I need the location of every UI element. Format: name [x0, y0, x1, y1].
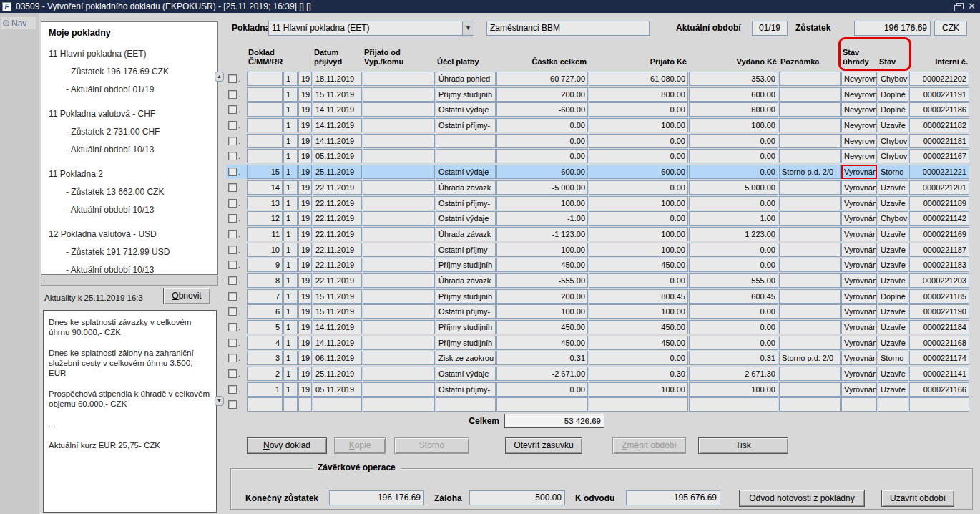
internal-number-cell[interactable]: 0000221221: [909, 165, 969, 179]
payment-purpose-cell[interactable]: Ostatní výdaje: [436, 367, 496, 381]
year-cell[interactable]: [298, 397, 312, 412]
received-from-cell[interactable]: [363, 304, 435, 319]
payment-state-cell[interactable]: Vyrovnán: [841, 367, 877, 381]
received-from-cell[interactable]: [363, 397, 435, 412]
internal-number-cell[interactable]: 0000221166: [909, 382, 969, 397]
total-amount-cell[interactable]: 60 727.00: [496, 72, 588, 86]
row-checkbox[interactable]: [228, 246, 237, 254]
received-czk-cell[interactable]: 0.00: [589, 273, 688, 288]
note-cell[interactable]: [779, 367, 841, 381]
table-row[interactable]: .11914.11.2019Ostatní výdaje-600.000.006…: [226, 102, 969, 117]
paid-czk-cell[interactable]: 0.00: [689, 320, 778, 334]
cashbox-name[interactable]: 11 Pokladna 2: [49, 165, 210, 183]
payment-state-cell[interactable]: Nevyrovn: [841, 72, 877, 86]
doc-number-cell[interactable]: 10: [247, 243, 283, 257]
year-cell[interactable]: 19: [298, 165, 312, 179]
received-czk-cell[interactable]: 0.00: [589, 351, 688, 365]
received-from-cell[interactable]: [363, 227, 435, 241]
row-checkbox[interactable]: [228, 121, 237, 130]
received-from-cell[interactable]: [363, 211, 435, 226]
doc-number-cell[interactable]: 4: [247, 336, 283, 350]
cashbox-select[interactable]: 11 Hlavní pokladna (EET) ▼: [268, 21, 474, 36]
paid-czk-cell[interactable]: 0.31: [689, 351, 778, 365]
payment-purpose-cell[interactable]: Úhrada závazk: [436, 180, 496, 195]
paid-czk-cell[interactable]: 0.00: [689, 243, 778, 257]
doc-number-cell[interactable]: 12: [247, 211, 283, 226]
payment-state-cell[interactable]: Vyrovnán: [841, 211, 877, 226]
received-czk-cell[interactable]: 0.00: [589, 180, 688, 195]
year-cell[interactable]: 19: [298, 149, 312, 163]
table-row[interactable]: .11905.11.20190.000.000.00NevyrovnChybov…: [226, 149, 969, 163]
year-cell[interactable]: 19: [298, 118, 312, 132]
payment-state-cell[interactable]: Vyrovnán: [841, 289, 877, 304]
month-cell[interactable]: 1: [283, 134, 298, 148]
internal-number-cell[interactable]: 0000221167: [909, 149, 969, 163]
state-cell[interactable]: Chybov: [878, 72, 908, 86]
total-amount-cell[interactable]: 0.00: [496, 382, 588, 397]
received-from-cell[interactable]: [363, 351, 435, 365]
internal-number-cell[interactable]: 0000221190: [909, 304, 969, 319]
payment-purpose-cell[interactable]: Ostatní příjmy-: [436, 118, 496, 132]
state-cell[interactable]: Uzavře: [878, 382, 908, 397]
note-cell[interactable]: [779, 196, 841, 210]
table-row[interactable]: .611915.11.2019Ostatní příjmy-100.00100.…: [226, 304, 969, 319]
row-checkbox[interactable]: [228, 74, 237, 83]
total-amount-cell[interactable]: -1.00: [496, 211, 588, 226]
doc-number-cell[interactable]: 13: [247, 196, 283, 210]
nav-tab[interactable]: Nav: [1, 17, 36, 29]
table-row[interactable]: .211925.11.2019Ostatní výdaje-2 671.000.…: [226, 367, 969, 381]
row-checkbox[interactable]: [228, 105, 237, 114]
payment-state-cell[interactable]: Nevyrovn: [841, 118, 877, 132]
internal-number-cell[interactable]: 0000221168: [909, 336, 969, 350]
state-cell[interactable]: Uzavře: [878, 320, 908, 334]
row-checkbox[interactable]: [228, 292, 237, 301]
internal-number-cell[interactable]: 0000221187: [909, 243, 969, 257]
state-cell[interactable]: Doplně: [878, 87, 908, 102]
cashbox-entry[interactable]: 11 Pokladna 2- Zůstatek 13 662.00 CZK- A…: [49, 165, 210, 219]
year-cell[interactable]: 19: [298, 351, 312, 365]
note-cell[interactable]: [779, 102, 841, 117]
received-czk-cell[interactable]: 600.00: [589, 165, 688, 179]
payment-purpose-cell[interactable]: Ostatní výdaje: [436, 102, 496, 117]
doc-number-cell[interactable]: 15: [247, 165, 283, 179]
paid-czk-cell[interactable]: 2 671.30: [689, 367, 778, 381]
received-from-cell[interactable]: [363, 180, 435, 195]
note-cell[interactable]: [779, 258, 841, 272]
doc-number-cell[interactable]: 11: [247, 227, 283, 241]
year-cell[interactable]: 19: [298, 336, 312, 350]
payment-state-cell[interactable]: Nevyrovn: [841, 149, 877, 163]
row-checkbox[interactable]: [228, 369, 237, 378]
payment-state-cell[interactable]: [841, 397, 877, 412]
date-cell[interactable]: 25.11.2019: [313, 367, 362, 381]
paid-czk-cell[interactable]: 600.45: [689, 289, 778, 304]
doc-number-cell[interactable]: 8: [247, 273, 283, 288]
note-cell[interactable]: [779, 382, 841, 397]
received-from-cell[interactable]: [363, 243, 435, 257]
year-cell[interactable]: 19: [298, 289, 312, 304]
received-czk-cell[interactable]: 100.00: [589, 382, 688, 397]
state-cell[interactable]: Uzavře: [878, 118, 908, 132]
received-czk-cell[interactable]: 450.00: [589, 258, 688, 272]
row-checkbox[interactable]: [228, 339, 237, 347]
doc-number-cell[interactable]: [247, 118, 283, 132]
payment-purpose-cell[interactable]: Příjmy studijníh: [436, 336, 496, 350]
row-checkbox[interactable]: [228, 152, 237, 160]
month-cell[interactable]: 1: [283, 196, 298, 210]
date-cell[interactable]: 15.11.2019: [313, 304, 362, 319]
state-cell[interactable]: Chybov: [878, 149, 908, 163]
payment-state-cell[interactable]: Vyrovnán: [841, 196, 877, 210]
doc-number-cell[interactable]: [247, 149, 283, 163]
paid-czk-cell[interactable]: 0.00: [689, 149, 778, 163]
month-cell[interactable]: 1: [283, 227, 298, 241]
state-cell[interactable]: Uzavře: [878, 227, 908, 241]
total-amount-cell[interactable]: -0.31: [496, 351, 588, 365]
note-cell[interactable]: [779, 72, 841, 86]
table-row[interactable]: .711915.11.2019Příjmy studijníh200.00800…: [226, 289, 969, 304]
received-czk-cell[interactable]: 450.00: [589, 336, 688, 350]
month-cell[interactable]: 1: [283, 382, 298, 397]
table-row[interactable]: .811922.11.2019Úhrada závazk-555.000.005…: [226, 273, 969, 288]
total-amount-cell[interactable]: 450.00: [496, 320, 588, 334]
cashbox-name[interactable]: 11 Hlavní pokladna (EET): [49, 45, 210, 63]
chevron-down-icon[interactable]: ▼: [462, 21, 474, 35]
doc-number-cell[interactable]: 7: [247, 289, 283, 304]
